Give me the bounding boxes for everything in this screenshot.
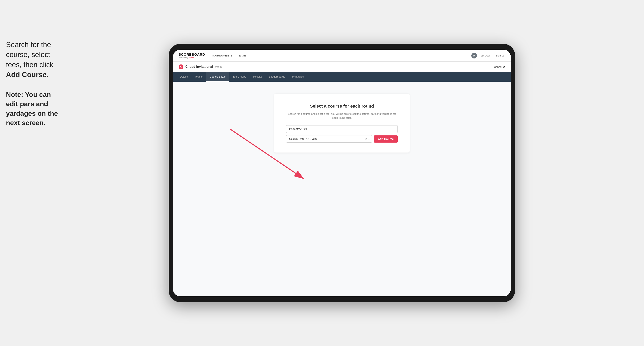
tab-course-setup[interactable]: Course Setup — [206, 72, 229, 82]
instruction-bold: Add Course. — [6, 71, 48, 79]
tournament-icon: C — [178, 64, 184, 69]
tee-select-wrapper: Gold (M) (M) (7010 yds) ✕ ⌄ — [286, 135, 372, 143]
instruction-panel: Search for the course, select tees, then… — [6, 40, 64, 128]
tournament-name: Clippd Invitational — [186, 65, 213, 69]
cancel-button[interactable]: Cancel ✕ — [494, 65, 505, 68]
pipe-separator: | — [493, 54, 493, 57]
course-search-input[interactable] — [286, 125, 398, 133]
tee-select-row: Gold (M) (M) (7010 yds) ✕ ⌄ Add Course — [286, 135, 398, 143]
tab-details[interactable]: Details — [176, 72, 191, 82]
tab-leaderboards[interactable]: Leaderboards — [266, 72, 288, 82]
nav-tournaments[interactable]: TOURNAMENTS — [212, 54, 232, 57]
sign-out-link[interactable]: Sign out — [496, 54, 505, 57]
card-description: Search for a course and select a tee. Yo… — [286, 112, 398, 120]
user-avatar: R — [471, 53, 477, 58]
logo-sub: Powered by clippd — [178, 57, 205, 59]
tournament-tag: (Men) — [215, 65, 222, 68]
logo: SCOREBOARD Powered by clippd — [178, 53, 205, 59]
instruction-text: Search for the course, select tees, then… — [6, 40, 53, 79]
tournament-title: C Clippd Invitational (Men) — [178, 64, 222, 69]
tablet-screen: SCOREBOARD Powered by clippd TOURNAMENTS… — [173, 50, 511, 296]
navbar: SCOREBOARD Powered by clippd TOURNAMENTS… — [173, 50, 511, 62]
cancel-label: Cancel — [494, 65, 502, 68]
tournament-header: C Clippd Invitational (Men) Cancel ✕ — [173, 62, 511, 72]
tab-results[interactable]: Results — [250, 72, 266, 82]
instruction-note: Note: You can edit pars and yardages on … — [6, 90, 64, 128]
card-title: Select a course for each round — [310, 104, 374, 109]
tab-teams[interactable]: Teams — [191, 72, 206, 82]
logo-title: SCOREBOARD — [178, 53, 205, 57]
tab-printables[interactable]: Printables — [288, 72, 307, 82]
cancel-x: ✕ — [503, 65, 505, 68]
nav-links: TOURNAMENTS TEAMS — [212, 54, 247, 57]
user-name: Test User — [479, 54, 490, 57]
main-content: Select a course for each round Search fo… — [173, 82, 511, 296]
tablet-device: SCOREBOARD Powered by clippd TOURNAMENTS… — [169, 44, 515, 302]
navbar-left: SCOREBOARD Powered by clippd TOURNAMENTS… — [178, 53, 247, 59]
tab-tee-groups[interactable]: Tee Groups — [229, 72, 250, 82]
course-card: Select a course for each round Search fo… — [274, 94, 410, 153]
tee-select[interactable]: Gold (M) (M) (7010 yds) — [286, 135, 372, 143]
add-course-button[interactable]: Add Course — [374, 135, 398, 143]
navbar-right: R Test User | Sign out — [471, 53, 505, 58]
logo-brand: clippd — [188, 57, 194, 59]
nav-teams[interactable]: TEAMS — [237, 54, 246, 57]
tab-bar: Details Teams Course Setup Tee Groups Re… — [173, 72, 511, 82]
